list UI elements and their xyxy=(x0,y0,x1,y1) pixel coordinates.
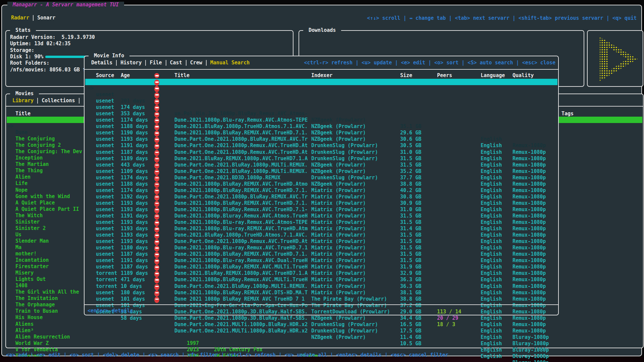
search-result-row[interactable]: usenet 101 days Dune.Part.One.2021.1080p… xyxy=(85,283,557,290)
search-result-row[interactable]: usenet 1187 days Dune.Part.One.2021.BluR… xyxy=(85,130,557,136)
search-result-row[interactable]: usenet 1193 days Dune.2021.1080p.Blu-ray… xyxy=(85,213,557,219)
movie-info-tab[interactable]: Manual Search xyxy=(207,60,253,66)
servarr-tab-label[interactable]: Sonarr xyxy=(34,15,59,21)
root-folder-path: /nfs/movies: 8056.03 GB f xyxy=(10,67,86,73)
rejected-icon xyxy=(154,297,159,303)
search-result-row[interactable]: torrent 180 days Dune-2021-Eng-Fre-Ger-I… xyxy=(85,270,557,277)
radarr-logo-panel xyxy=(587,30,643,87)
header-age[interactable]: Age xyxy=(121,72,130,79)
release-indexer: DrunkenSlug (Prowlarr) xyxy=(311,328,378,334)
search-result-row[interactable]: usenet 58 days Dune.Part.One.2021.MULTi.… xyxy=(85,296,557,302)
release-indexer: The Pirate Bay (Prowlarr) xyxy=(311,302,387,309)
header-title[interactable]: Title xyxy=(174,72,190,79)
search-result-row[interactable]: usenet 1109 days Dune.2021.1080p.BluRay.… xyxy=(85,149,557,156)
search-result-row[interactable]: usenet 1189 days Dune.Part.One.2021.BluR… xyxy=(85,136,557,142)
search-result-row[interactable]: usenet 1193 days Dune.2021.1080p.BluRay.… xyxy=(85,219,557,226)
search-result-row[interactable]: usenet 1189 days Dune.Part.One.2021.BluR… xyxy=(85,251,557,257)
release-peers: 113 / 14 xyxy=(437,309,461,315)
search-result-row[interactable]: usenet 1174 days Dune.2021.1080p.BluRay.… xyxy=(85,156,557,162)
terminal-window: Managarr - A Servarr management TUI Rada… xyxy=(1,5,642,356)
search-result-row[interactable]: usenet 353 days Dune.2021.BluRay.1080p.T… xyxy=(85,92,557,98)
release-language: English xyxy=(481,309,502,315)
movie-info-tab-label[interactable]: History xyxy=(117,60,145,66)
header-source[interactable]: Source xyxy=(96,72,114,79)
search-result-row[interactable]: torrent 10 days Dune 2021 1080p BluRay R… xyxy=(85,264,557,270)
release-language: English xyxy=(481,315,502,321)
movie-info-tab[interactable]: Crew xyxy=(186,60,207,66)
modal-footer-separator xyxy=(85,304,558,305)
movies-tabs: Library Collections xyxy=(9,97,79,104)
release-indexer: NZBgeek (Prowlarr) xyxy=(311,334,366,341)
search-result-row[interactable]: usenet 1193 days Dune.2021.BluRay.1080p.… xyxy=(85,200,557,206)
search-result-row[interactable]: usenet 1191 days Dune.2021.BluRay.REMUX.… xyxy=(85,238,557,245)
search-result-row[interactable]: usenet 1174 days Dune.2021.1080p.BluRay.… xyxy=(85,168,557,175)
movie-info-tab-label[interactable]: Details xyxy=(88,60,116,66)
search-result-row[interactable]: usenet 1193 days Dune.2021.1080p.Blu-ray… xyxy=(85,187,557,194)
movie-info-tab[interactable]: File xyxy=(146,60,166,66)
servarr-tab[interactable]: Sonarr xyxy=(34,15,59,21)
global-keybindings: <↑↓> scroll | ↔ change tab | <tab> next … xyxy=(367,15,637,21)
search-result-row[interactable]: usenet 1180 days Dune.2021.1080p.Blu-ray… xyxy=(85,226,557,232)
release-quality: Bluray-1080p xyxy=(513,347,549,353)
release-quality: Remux-1080p xyxy=(513,309,546,315)
disk-usage-label: Disk 1: 90% xyxy=(10,54,43,60)
header-peers[interactable]: Peers xyxy=(437,72,452,79)
release-indexer: DrunkenSlug (Prowlarr) xyxy=(311,321,378,328)
header-language[interactable]: Language xyxy=(481,72,505,79)
movie-info-tab-label[interactable]: Cast xyxy=(166,60,186,66)
movie-info-tab-label[interactable]: File xyxy=(146,60,165,66)
release-language: English xyxy=(481,347,502,353)
search-result-row[interactable]: usenet 1187 days Dune.2021.1080p.BluRay.… xyxy=(85,245,557,251)
search-result-row[interactable]: usenet 1188 days Dune.Part.One.2021.1080… xyxy=(85,162,557,168)
movie-info-tab[interactable]: Details xyxy=(88,60,117,66)
movies-tab[interactable]: Library xyxy=(9,98,38,104)
movie-info-tab[interactable]: Cast xyxy=(166,60,186,66)
tab-divider xyxy=(79,98,79,104)
servarr-tab[interactable]: Radarr xyxy=(7,15,34,21)
release-size: 10.5 GB xyxy=(400,341,421,347)
search-result-row[interactable]: torrent 471 days Dune.2021.1080p.BluRay.… xyxy=(85,257,557,264)
search-result-row[interactable]: usenet 1190 days Dune.Part.One.2021.1080… xyxy=(85,111,557,117)
release-language: English xyxy=(481,321,502,328)
search-result-row[interactable]: usenet 58 days Dune.Part.One.2021.MULTi.… xyxy=(85,290,557,296)
release-title: Dune.Part.One.2021.MULTi.1080p.BluRay.HD… xyxy=(174,321,308,328)
search-results-table: => usenet 201 days un.Pol.Hin.Jpn.1080p.… xyxy=(85,79,557,302)
release-quality: Remux-1080p xyxy=(513,315,546,321)
search-result-row[interactable]: => usenet 201 days un.Pol.Hin.Jpn.1080p.… xyxy=(85,79,557,85)
release-quality: Remux-1080p xyxy=(513,302,546,309)
header-size[interactable]: Size xyxy=(400,72,412,79)
movie-info-tab[interactable]: History xyxy=(117,60,146,66)
search-result-row[interactable]: usenet 1188 days Dune.Part.One.2021.1080… xyxy=(85,104,557,111)
search-result-row[interactable]: usenet 1187 days Dune.2021.1080p.BluRay.… xyxy=(85,232,557,238)
header-indexer[interactable]: Indexer xyxy=(311,72,332,79)
movie-info-tab-label[interactable]: Manual Search xyxy=(207,60,253,66)
details-keybinding: <enter> details xyxy=(88,308,133,314)
release-title: Dune.Part.One.2021.MULTi.1080p.BluRay.HD… xyxy=(174,328,308,334)
search-result-row[interactable]: usenet 1191 days Dune.2021.1080p.Blu-ray… xyxy=(85,194,557,200)
release-language: English xyxy=(481,328,502,334)
search-result-row[interactable]: usenet 1192 days Dune.2021.1080p.BluRay.… xyxy=(85,175,557,181)
uptime: Uptime: 13d 02:42:35 xyxy=(10,41,71,47)
release-quality: Remux-1080p xyxy=(513,328,546,334)
movie-studio: Virtual Studios xyxy=(214,359,259,362)
search-result-row[interactable]: usenet 1193 days Dune.Part.One.2021.1080… xyxy=(85,206,557,213)
movie-info-tab-label[interactable]: Crew xyxy=(186,60,206,66)
search-result-row[interactable]: usenet 1174 days Dune.2021.1080p.BluRay.… xyxy=(85,98,557,104)
release-title: Dune.Part.One.2021.1080p.3D.BluRay.Half-… xyxy=(174,315,308,321)
app-title: Managarr - A Servarr management TUI xyxy=(7,2,124,8)
search-result-row[interactable]: usenet 1191 days Dune.2021.BluRay.REMUX.… xyxy=(85,123,557,130)
release-title: Dune-2021-Eng-Fre-Ger-Ita-Por-Spa-Cze-Hu… xyxy=(174,302,308,309)
release-peers: 20 / 29 xyxy=(437,315,458,321)
servarr-tab-label[interactable]: Radarr xyxy=(7,15,33,21)
search-result-row[interactable]: usenet 101 days Dune.Part.One.2021.1080p… xyxy=(85,277,557,283)
search-result-row[interactable]: usenet 174 days Dune.2021.1080p.Blu-ray.… xyxy=(85,85,557,92)
search-result-row[interactable]: usenet 1193 days Dune.2021.1080p.Bluray.… xyxy=(85,181,557,187)
search-result-row[interactable]: usenet 1193 days Dune.Part.One.2021.1080… xyxy=(85,117,557,123)
header-quality[interactable]: Quality xyxy=(513,72,534,79)
release-size: 34.4 GB xyxy=(400,315,421,321)
movies-tab[interactable]: Collections xyxy=(38,98,79,104)
search-result-row[interactable]: usenet 443 days Dune.Part.One.2021.BD3D.… xyxy=(85,142,557,149)
release-language: English xyxy=(481,302,502,309)
movies-tab-label[interactable]: Collections xyxy=(38,98,78,104)
movies-tab-label[interactable]: Library xyxy=(9,98,37,104)
